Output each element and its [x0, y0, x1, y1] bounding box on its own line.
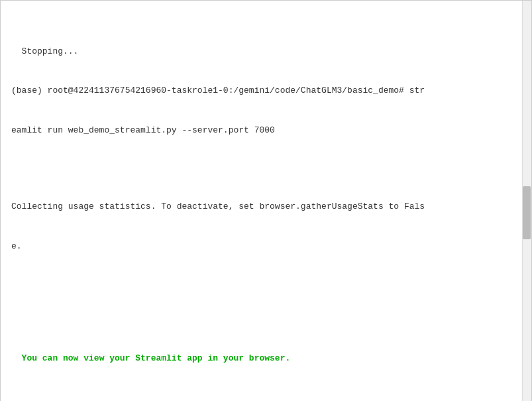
terminal-empty-line: [11, 164, 521, 174]
terminal-window: Stopping... (base) root@4224113767542169…: [0, 0, 532, 401]
terminal-line: e.: [11, 240, 521, 254]
streamlit-ready-message: You can now view your Streamlit app in y…: [11, 352, 521, 366]
scrollbar[interactable]: [522, 1, 531, 401]
terminal-line: Collecting usage statistics. To deactiva…: [11, 200, 521, 214]
terminal-empty-line: [11, 315, 521, 326]
terminal-empty-line: [11, 279, 521, 290]
terminal-content: Stopping... (base) root@4224113767542169…: [1, 1, 531, 401]
terminal-empty-line: [11, 392, 521, 401]
scrollbar-thumb[interactable]: [523, 186, 531, 239]
terminal-line: eamlit run web_demo_streamlit.py --serve…: [11, 124, 521, 138]
terminal-line: (base) root@422411376754216960-taskrole1…: [11, 84, 521, 98]
terminal-line: Stopping...: [11, 45, 521, 59]
